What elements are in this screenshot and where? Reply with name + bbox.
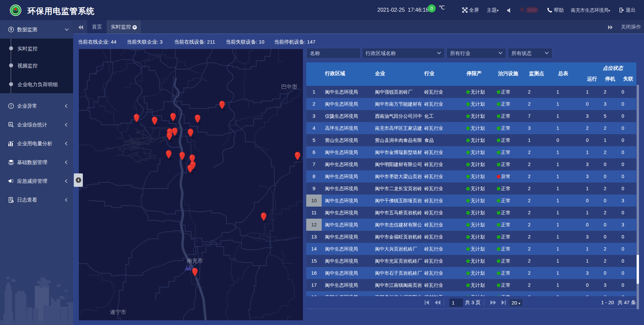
svg-text:遂宁市: 遂宁市 xyxy=(110,309,126,315)
svg-text:巴中市: 巴中市 xyxy=(281,84,297,90)
svg-text:◦◦◦◦◦◦◦: ◦◦◦◦◦◦◦ xyxy=(14,6,18,8)
svg-text:南充市: 南充市 xyxy=(187,258,203,264)
